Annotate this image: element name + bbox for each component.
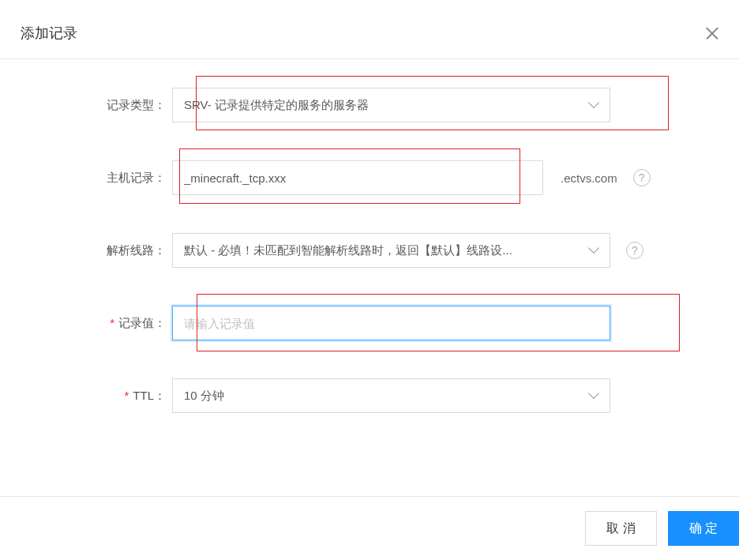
row-ttl: *TTL： 10 分钟 xyxy=(21,378,718,413)
chevron-down-icon xyxy=(589,100,598,110)
ttl-label: *TTL： xyxy=(21,389,172,404)
modal-title: 添加记录 xyxy=(21,24,77,43)
record-value-input[interactable] xyxy=(172,306,610,340)
resolution-route-select[interactable]: 默认 - 必填！未匹配到智能解析线路时，返回【默认】线路设... xyxy=(172,233,610,268)
modal-footer: 取 消 确 定 xyxy=(0,496,739,560)
host-record-suffix: .ectvs.com xyxy=(561,171,617,185)
host-record-input[interactable] xyxy=(172,160,543,195)
row-record-type: 记录类型： SRV- 记录提供特定的服务的服务器 xyxy=(21,88,718,122)
host-record-label: 主机记录： xyxy=(21,171,172,186)
ttl-select[interactable]: 10 分钟 xyxy=(172,378,610,413)
record-type-label: 记录类型： xyxy=(21,98,172,113)
ttl-label-text: TTL： xyxy=(133,389,166,402)
record-value-label: *记录值： xyxy=(21,316,172,331)
required-star-icon: * xyxy=(110,316,114,329)
host-record-field-wrap: .ectvs.com ? xyxy=(172,160,718,195)
modal-header: 添加记录 xyxy=(0,0,739,59)
row-record-value: *记录值： xyxy=(21,306,718,340)
close-icon[interactable] xyxy=(706,27,718,39)
ttl-field-wrap: 10 分钟 xyxy=(172,378,718,413)
chevron-down-icon xyxy=(589,391,598,400)
form-body: 记录类型： SRV- 记录提供特定的服务的服务器 主机记录： .ectvs.co… xyxy=(0,59,739,429)
row-resolution-route: 解析线路： 默认 - 必填！未匹配到智能解析线路时，返回【默认】线路设... ? xyxy=(21,233,718,268)
record-value-label-text: 记录值： xyxy=(118,316,166,329)
cancel-button[interactable]: 取 消 xyxy=(585,511,656,546)
chevron-down-icon xyxy=(589,246,598,255)
record-value-field-wrap xyxy=(172,306,718,340)
row-host-record: 主机记录： .ectvs.com ? xyxy=(21,160,718,195)
confirm-button[interactable]: 确 定 xyxy=(668,511,739,546)
help-icon[interactable]: ? xyxy=(633,169,651,186)
resolution-route-field-wrap: 默认 - 必填！未匹配到智能解析线路时，返回【默认】线路设... ? xyxy=(172,233,718,268)
record-type-select[interactable]: SRV- 记录提供特定的服务的服务器 xyxy=(172,88,610,122)
ttl-selected-text: 10 分钟 xyxy=(184,389,224,404)
record-type-selected-text: SRV- 记录提供特定的服务的服务器 xyxy=(184,98,369,113)
resolution-route-label: 解析线路： xyxy=(21,243,172,258)
record-type-field-wrap: SRV- 记录提供特定的服务的服务器 xyxy=(172,88,718,122)
resolution-route-selected-text: 默认 - 必填！未匹配到智能解析线路时，返回【默认】线路设... xyxy=(184,243,512,258)
required-star-icon: * xyxy=(124,389,129,402)
help-icon[interactable]: ? xyxy=(626,242,643,259)
